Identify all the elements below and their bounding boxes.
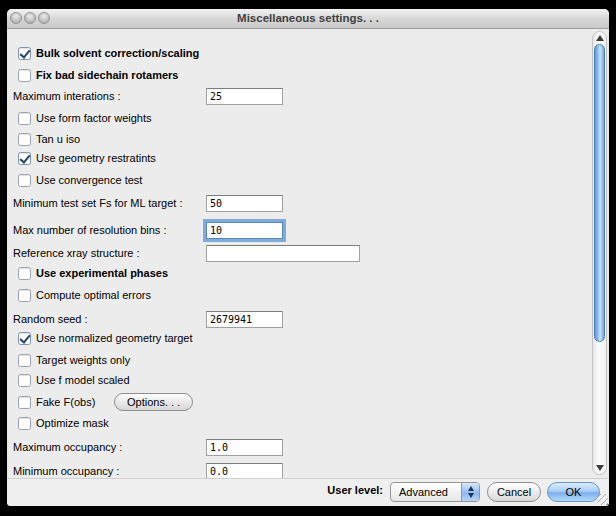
footer-bar: User level: Advanced Cancel OK — [7, 478, 609, 506]
checkbox-label[interactable]: Use f model scaled — [36, 374, 130, 386]
min-test-set-input[interactable] — [206, 195, 283, 212]
user-level-label: User level: — [327, 484, 383, 496]
dialog-window: Miscellaneous settings. . . Bulk solvent… — [7, 9, 609, 506]
checkbox-label[interactable]: Use form factor weights — [36, 112, 152, 124]
resolution-bins-input[interactable] — [206, 222, 283, 239]
check-icon — [19, 47, 30, 59]
scrollbar-thumb[interactable] — [594, 44, 605, 342]
row-tan-u-iso: Tan u iso — [18, 132, 604, 146]
row-random-seed: Random seed : — [7, 311, 593, 328]
min-occupancy-input[interactable] — [206, 463, 283, 478]
max-occupancy-input[interactable] — [206, 439, 283, 456]
row-geometry-restraints: Use geometry restratints — [18, 151, 604, 165]
row-experimental-phases: Use experimental phases — [18, 266, 604, 280]
checkbox-label[interactable]: Bulk solvent correction/scaling — [36, 47, 199, 59]
field-label: Random seed : — [13, 311, 88, 328]
optimal-errors-checkbox[interactable] — [18, 289, 31, 302]
geometry-restraints-checkbox[interactable] — [18, 152, 31, 165]
stepper-icon — [461, 483, 479, 501]
field-label: Maximum interations : — [13, 88, 121, 105]
resize-grip[interactable] — [597, 494, 608, 505]
row-target-weights: Target weights only — [18, 353, 604, 367]
bulk-solvent-checkbox[interactable] — [18, 47, 31, 60]
row-optimal-errors: Compute optimal errors — [18, 288, 604, 302]
field-label: Minimum occupancy : — [13, 463, 119, 478]
ok-button[interactable]: OK — [547, 482, 600, 502]
checkbox-label[interactable]: Target weights only — [36, 354, 130, 366]
row-f-model-scaled: Use f model scaled — [18, 373, 604, 387]
row-max-iterations: Maximum interations : — [7, 88, 593, 105]
checkbox-label[interactable]: Fake F(obs) — [36, 396, 95, 408]
target-weights-checkbox[interactable] — [18, 354, 31, 367]
row-optimize-mask: Optimize mask — [18, 416, 604, 430]
form-factor-weights-checkbox[interactable] — [18, 112, 31, 125]
checkbox-label[interactable]: Fix bad sidechain rotamers — [36, 69, 178, 81]
arrow-down-icon — [468, 493, 474, 498]
row-max-occupancy: Maximum occupancy : — [7, 439, 593, 456]
row-bulk-solvent: Bulk solvent correction/scaling — [18, 46, 604, 60]
field-label: Max number of resolution bins : — [13, 222, 166, 239]
row-form-factor-weights: Use form factor weights — [18, 111, 604, 125]
fix-rotamers-checkbox[interactable] — [18, 69, 31, 82]
checkbox-label[interactable]: Compute optimal errors — [36, 289, 151, 301]
experimental-phases-checkbox[interactable] — [18, 267, 31, 280]
max-iterations-input[interactable] — [206, 88, 283, 105]
field-label: Maximum occupancy : — [13, 439, 122, 456]
check-icon — [19, 152, 30, 164]
scroll-up-icon[interactable] — [596, 35, 604, 41]
checkbox-label[interactable]: Use convergence test — [36, 174, 142, 186]
field-label: Reference xray structure : — [13, 245, 140, 262]
checkbox-label[interactable]: Use geometry restratints — [36, 152, 156, 164]
row-min-test-set: Minimum test set Fs for ML target : — [7, 195, 593, 212]
check-icon — [19, 332, 30, 344]
window-title: Miscellaneous settings. . . — [7, 9, 609, 28]
checkbox-label[interactable]: Tan u iso — [36, 133, 80, 145]
checkbox-label[interactable]: Use experimental phases — [36, 267, 168, 279]
scrollbar[interactable] — [592, 31, 607, 475]
reference-xray-input[interactable] — [206, 245, 360, 262]
user-level-value: Advanced — [399, 483, 448, 501]
normalized-geometry-checkbox[interactable] — [18, 332, 31, 345]
checkbox-label[interactable]: Optimize mask — [36, 417, 109, 429]
titlebar[interactable]: Miscellaneous settings. . . — [7, 9, 609, 29]
row-reference-xray: Reference xray structure : — [7, 245, 593, 262]
random-seed-input[interactable] — [206, 311, 283, 328]
checkbox-label[interactable]: Use normalized geometry target — [36, 332, 193, 344]
row-fake-fobs: Fake F(obs) Options. . . — [18, 395, 604, 409]
row-convergence-test: Use convergence test — [18, 173, 604, 187]
convergence-test-checkbox[interactable] — [18, 174, 31, 187]
arrow-up-icon — [468, 486, 474, 491]
cancel-button[interactable]: Cancel — [487, 482, 541, 502]
row-normalized-geometry: Use normalized geometry target — [18, 331, 604, 345]
f-model-scaled-checkbox[interactable] — [18, 374, 31, 387]
row-resolution-bins: Max number of resolution bins : — [7, 222, 593, 239]
desktop: { "window": { "title": "Miscellaneous se… — [0, 0, 616, 516]
tan-u-iso-checkbox[interactable] — [18, 133, 31, 146]
row-min-occupancy: Minimum occupancy : — [7, 463, 593, 478]
options-button[interactable]: Options. . . — [114, 393, 193, 411]
settings-form: Bulk solvent correction/scaling Fix bad … — [7, 29, 609, 478]
fake-fobs-checkbox[interactable] — [18, 396, 31, 409]
field-label: Minimum test set Fs for ML target : — [13, 195, 183, 212]
row-fix-rotamers: Fix bad sidechain rotamers — [18, 68, 604, 82]
user-level-select[interactable]: Advanced — [390, 482, 480, 502]
scroll-down-icon[interactable] — [596, 465, 604, 471]
optimize-mask-checkbox[interactable] — [18, 417, 31, 430]
